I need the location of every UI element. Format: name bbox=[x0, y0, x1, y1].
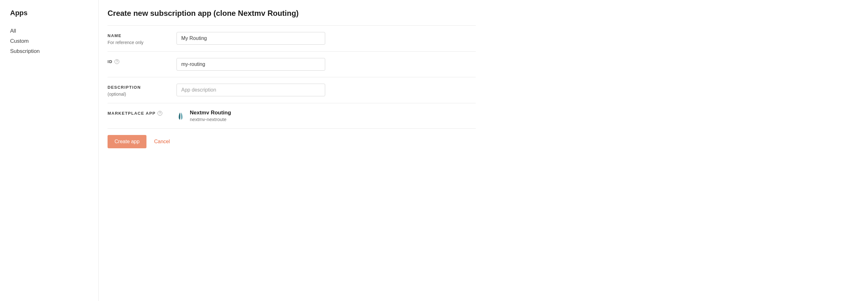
form: NAME For reference only ID ? DESCRIPTION… bbox=[107, 25, 476, 148]
input-col bbox=[177, 32, 325, 45]
form-row-name: NAME For reference only bbox=[107, 26, 476, 52]
label-col: NAME For reference only bbox=[107, 32, 177, 45]
sidebar-nav: All Custom Subscription bbox=[10, 26, 88, 56]
actions-row: Create app Cancel bbox=[107, 129, 476, 148]
input-col bbox=[177, 84, 325, 96]
help-icon[interactable]: ? bbox=[158, 111, 162, 116]
app-info: Nextmv Routing nextmv-nextroute bbox=[190, 110, 231, 122]
id-label: ID ? bbox=[107, 59, 177, 64]
help-icon[interactable]: ? bbox=[115, 59, 119, 64]
label-col: MARKETPLACE APP ? bbox=[107, 110, 177, 116]
marketplace-label: MARKETPLACE APP ? bbox=[107, 111, 177, 116]
cancel-button[interactable]: Cancel bbox=[154, 139, 170, 144]
main-content: Create new subscription app (clone Nextm… bbox=[99, 0, 485, 301]
form-row-description: DESCRIPTION (optional) bbox=[107, 77, 476, 103]
sidebar-item-all[interactable]: All bbox=[10, 26, 88, 36]
description-sublabel: (optional) bbox=[107, 91, 177, 97]
create-app-button[interactable]: Create app bbox=[107, 135, 147, 148]
input-col: Nextmv Routing nextmv-nextroute bbox=[177, 110, 325, 122]
name-input[interactable] bbox=[177, 32, 325, 45]
marketplace-label-text: MARKETPLACE APP bbox=[107, 111, 156, 116]
sidebar: Apps All Custom Subscription bbox=[0, 0, 99, 301]
description-input[interactable] bbox=[177, 84, 325, 96]
input-col bbox=[177, 58, 325, 71]
id-label-text: ID bbox=[107, 59, 113, 64]
name-sublabel: For reference only bbox=[107, 40, 177, 45]
name-label: NAME bbox=[107, 33, 177, 38]
leaf-icon bbox=[177, 112, 185, 120]
sidebar-item-custom[interactable]: Custom bbox=[10, 36, 88, 46]
id-input[interactable] bbox=[177, 58, 325, 71]
form-row-marketplace: MARKETPLACE APP ? Nextmv Routing nextmv-… bbox=[107, 103, 476, 129]
label-col: ID ? bbox=[107, 58, 177, 64]
form-row-id: ID ? bbox=[107, 52, 476, 77]
sidebar-title: Apps bbox=[10, 9, 88, 17]
sidebar-item-subscription[interactable]: Subscription bbox=[10, 46, 88, 56]
label-col: DESCRIPTION (optional) bbox=[107, 84, 177, 97]
description-label: DESCRIPTION bbox=[107, 85, 177, 90]
page-title: Create new subscription app (clone Nextm… bbox=[107, 9, 476, 18]
marketplace-app-id: nextmv-nextroute bbox=[190, 117, 231, 122]
marketplace-app: Nextmv Routing nextmv-nextroute bbox=[177, 110, 325, 122]
marketplace-app-name: Nextmv Routing bbox=[190, 110, 231, 116]
